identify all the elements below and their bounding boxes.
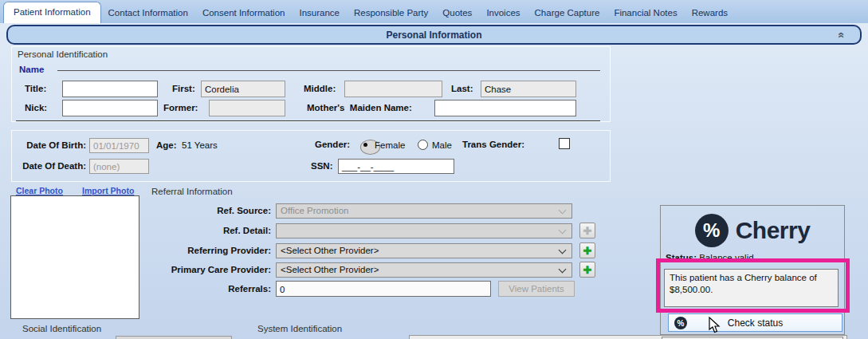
trans-gender-label: Trans Gender: [462, 140, 524, 149]
cherry-status-value: Balance valid. [697, 253, 756, 262]
add-ref-detail-button: ✚ [579, 223, 595, 238]
tab-consent-information[interactable]: Consent Information [195, 3, 293, 23]
referrals-label: Referrals: [151, 284, 271, 294]
personal-information-header: Personal Information » [6, 25, 862, 45]
title-input[interactable] [62, 81, 158, 97]
referring-provider-label: Referring Provider: [151, 246, 271, 255]
cherry-status-label: Status: [666, 253, 697, 262]
collapse-section-button[interactable]: » [833, 28, 847, 42]
chevron-down-icon [559, 227, 567, 235]
referrals-count-input: 0 [276, 281, 491, 297]
tab-bar: Patient Information Contact Information … [0, 0, 868, 23]
nick-name-label: Nick: [25, 103, 47, 112]
ref-detail-select [276, 223, 572, 238]
chevrons-up-icon: » [835, 32, 846, 38]
tab-responsible-party[interactable]: Responsible Party [347, 3, 435, 23]
personal-identification-label: Personal Identification [18, 49, 108, 59]
last-name-input: Chase [481, 81, 576, 97]
name-section-label: Name [19, 65, 44, 74]
mothers-maiden-name-input[interactable] [434, 100, 576, 116]
mouse-cursor-icon [706, 317, 722, 334]
cherry-balance-message: This patient has a Cherry balance of $8,… [664, 269, 839, 307]
nick-name-input[interactable] [62, 100, 158, 116]
ssn-label: SSN: [311, 161, 332, 171]
date-of-birth-input: 01/01/1970 [89, 138, 149, 153]
age-value: 51 Years [182, 140, 218, 150]
tab-contact-information[interactable]: Contact Information [101, 3, 195, 23]
ref-source-select: Office Promotion [276, 203, 572, 219]
patient-photo-placeholder [10, 195, 139, 319]
tab-rewards[interactable]: Rewards [685, 3, 735, 23]
page-title: Personal Information [386, 30, 481, 41]
plus-icon: ✚ [583, 264, 592, 276]
ssn-input[interactable]: ___-__-____ [338, 159, 454, 174]
chevron-down-icon [559, 266, 567, 274]
date-of-death-label: Date Of Death: [13, 161, 86, 171]
trans-gender-checkbox[interactable] [559, 138, 570, 149]
ref-source-label: Ref. Source: [151, 206, 271, 215]
plus-icon: ✚ [583, 225, 592, 237]
name-bottom-divider [16, 120, 600, 121]
cherry-status-text: Status: Balance valid. [666, 253, 756, 262]
cherry-percent-icon: % [695, 214, 729, 247]
tab-patient-information[interactable]: Patient Information [3, 2, 101, 23]
middle-name-input [344, 81, 442, 97]
cherry-logo: % Cherry [661, 214, 844, 247]
gender-female-option-label: Female [375, 140, 405, 150]
chevron-down-icon [559, 207, 567, 215]
percent-glyph: % [703, 219, 720, 242]
first-name-input: Cordelia [201, 81, 285, 97]
add-referring-provider-button[interactable]: ✚ [579, 242, 595, 258]
first-name-label: First: [172, 84, 195, 93]
tab-charge-capture[interactable]: Charge Capture [528, 3, 607, 23]
last-name-label: Last: [451, 84, 473, 93]
date-of-death-input: (none) [89, 159, 149, 174]
age-label: Age: [156, 140, 177, 150]
plus-icon: ✚ [583, 245, 592, 257]
former-name-input [209, 100, 285, 116]
cherry-percent-icon: % [674, 317, 687, 329]
check-status-button[interactable]: % Check status [668, 313, 842, 332]
referring-provider-select[interactable]: <Select Other Provider> [276, 243, 572, 258]
check-status-button-label: Check status [728, 317, 783, 329]
clear-photo-link[interactable]: Clear Photo [16, 186, 63, 195]
gender-label: Gender: [315, 140, 350, 149]
primary-care-provider-select[interactable]: <Select Other Provider> [276, 262, 572, 278]
cherry-brand-text: Cherry [736, 217, 811, 244]
tab-financial-notes[interactable]: Financial Notes [607, 3, 684, 23]
primary-care-provider-label: Primary Care Provider: [151, 265, 271, 274]
tab-quotes[interactable]: Quotes [435, 3, 479, 23]
chevron-down-icon [559, 246, 567, 254]
partial-input [116, 336, 232, 339]
patient-information-page: Patient Information Contact Information … [0, 0, 868, 339]
ref-source-value: Office Promotion [281, 206, 348, 215]
tab-invoices[interactable]: Invoices [479, 3, 527, 23]
referring-provider-value: <Select Other Provider> [281, 246, 379, 255]
ref-detail-label: Ref. Detail: [151, 226, 271, 235]
gender-male-option-label: Male [432, 140, 452, 150]
name-section-rule [57, 70, 600, 71]
add-primary-care-provider-button[interactable]: ✚ [579, 262, 595, 278]
social-identification-label: Social Identification [22, 324, 101, 333]
primary-care-provider-value: <Select Other Provider> [281, 265, 379, 274]
system-identification-label: System Identification [257, 324, 342, 333]
percent-glyph: % [678, 319, 685, 328]
view-patients-button: View Patients [498, 281, 575, 297]
title-label: Title: [25, 84, 46, 93]
middle-name-label: Middle: [304, 84, 336, 93]
tab-insurance[interactable]: Insurance [292, 3, 347, 23]
gender-male-radio[interactable] [418, 140, 428, 150]
import-photo-link[interactable]: Import Photo [82, 186, 134, 195]
referral-information-label: Referral Information [151, 187, 233, 196]
date-of-birth-label: Date Of Birth: [19, 140, 86, 150]
former-name-label: Former: [163, 103, 198, 112]
mothers-maiden-name-label: Mother's Maiden Name: [307, 103, 412, 112]
